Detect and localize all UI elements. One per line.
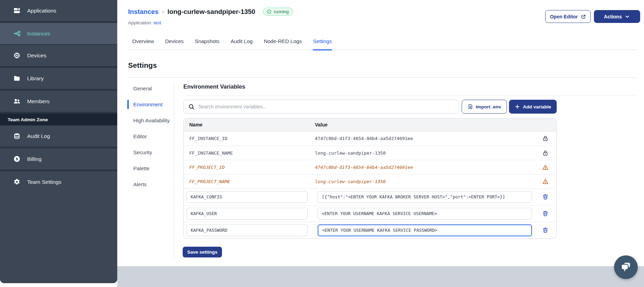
instance-name: long-curlew-sandpiper-1350 xyxy=(167,8,255,16)
env-var-action-cell xyxy=(534,194,556,200)
chevron-down-icon xyxy=(625,14,630,19)
trash-icon[interactable] xyxy=(542,194,549,200)
tab-snapshots[interactable]: Snapshots xyxy=(195,38,220,50)
env-var-value-cell xyxy=(315,208,534,220)
warning-icon xyxy=(542,164,549,171)
sidebar-item-label: Billing xyxy=(27,156,41,162)
env-var-action-cell xyxy=(534,227,556,233)
sidebar-item-audit-log[interactable]: Audit Log xyxy=(0,125,117,147)
env-var-name-cell: FF_INSTANCE_NAME xyxy=(184,150,315,156)
table-header: Name Value xyxy=(184,118,556,131)
env-var-action-cell xyxy=(534,164,556,171)
page-title: Settings xyxy=(128,61,157,69)
env-var-value-cell xyxy=(315,191,534,203)
tab-bar: OverviewDevicesSnapshotsAudit LogNode-RE… xyxy=(128,38,637,50)
search-box xyxy=(183,100,459,114)
open-editor-button[interactable]: Open Editor xyxy=(545,10,591,23)
env-var-action-cell xyxy=(534,150,556,156)
env-var-name-cell xyxy=(184,224,315,236)
sidebar-item-members[interactable]: Members xyxy=(0,91,117,112)
header-actions: Open Editor Actions xyxy=(545,10,640,23)
env-var-action-cell xyxy=(534,210,556,217)
library-icon xyxy=(13,75,21,82)
env-value-input[interactable] xyxy=(318,191,532,203)
application-link[interactable]: test xyxy=(154,20,161,25)
env-var-value-cell: long-curlew-sandpiper-1350 xyxy=(315,150,534,156)
sidebar-item-label: Instances xyxy=(27,31,50,37)
search-input[interactable] xyxy=(198,104,459,109)
env-var-row: FF_PROJECT_ID4747c0bd-d1f3-4654-84b4-aa5… xyxy=(184,160,556,174)
env-var-value-cell xyxy=(315,224,534,236)
tabs: OverviewDevicesSnapshotsAudit LogNode-RE… xyxy=(128,38,637,50)
audit-log-icon xyxy=(13,132,21,140)
env-var-action-cell xyxy=(534,178,556,185)
breadcrumb-separator: › xyxy=(162,8,164,15)
sidebar-item-team-settings[interactable]: Team Settings xyxy=(0,171,117,192)
sidebar-item-applications[interactable]: Applications xyxy=(0,0,117,21)
applications-icon xyxy=(13,7,21,14)
svg-text:$: $ xyxy=(16,157,18,161)
external-link-icon xyxy=(581,14,586,19)
sidebar-section-team-admin-zone: Team Admin Zone xyxy=(0,114,117,125)
settings-nav-general[interactable]: General xyxy=(133,85,172,92)
page-footer-area xyxy=(117,266,644,287)
env-var-value-cell: 4747c0bd-d1f3-4654-84b4-aa5d274691ee xyxy=(315,165,534,170)
section-divider xyxy=(183,96,637,96)
tab-audit-log[interactable]: Audit Log xyxy=(231,38,253,50)
env-value-input[interactable] xyxy=(318,224,532,236)
sidebar-item-label: Devices xyxy=(27,52,46,59)
lock-icon xyxy=(542,135,549,142)
chat-widget-button[interactable] xyxy=(614,255,638,279)
add-variable-label: Add variable xyxy=(523,104,551,109)
env-var-action-cell xyxy=(534,135,556,142)
billing-icon: $ xyxy=(13,155,21,163)
env-var-row: FF_INSTANCE_NAMElong-curlew-sandpiper-13… xyxy=(184,146,556,160)
tab-overview[interactable]: Overview xyxy=(132,38,154,50)
env-var-value-cell: 4747c0bd-d1f3-4654-84b4-aa5d274691ee xyxy=(315,136,534,141)
env-var-name-cell xyxy=(184,208,315,220)
sidebar-item-label: Applications xyxy=(27,8,56,14)
settings-nav-environment[interactable]: Environment xyxy=(133,101,172,108)
tab-settings[interactable]: Settings xyxy=(313,38,332,50)
add-variable-button[interactable]: Add variable xyxy=(509,100,557,114)
trash-icon[interactable] xyxy=(542,227,549,233)
nav-divider xyxy=(174,83,174,260)
sidebar-item-billing[interactable]: $Billing xyxy=(0,148,117,170)
sidebar-item-instances[interactable]: Instances xyxy=(0,23,117,44)
env-value-input[interactable] xyxy=(318,208,532,220)
env-var-value-cell: long-curlew-sandpiper-1350 xyxy=(315,179,534,184)
sidebar-item-label: Team Settings xyxy=(27,179,61,185)
save-settings-button[interactable]: Save settings xyxy=(183,247,222,257)
search-icon xyxy=(188,104,195,110)
env-name-input[interactable] xyxy=(186,208,308,220)
import-file-icon xyxy=(468,104,473,109)
settings-nav-security[interactable]: Security xyxy=(133,149,172,156)
env-name-input[interactable] xyxy=(186,191,308,203)
import-env-button[interactable]: Import .env xyxy=(462,100,507,114)
tab-devices[interactable]: Devices xyxy=(165,38,184,50)
team-settings-icon xyxy=(13,178,21,186)
sidebar-item-label: Audit Log xyxy=(27,133,50,139)
breadcrumb-instances-link[interactable]: Instances xyxy=(128,8,159,16)
trash-icon[interactable] xyxy=(542,210,549,217)
column-header-name: Name xyxy=(184,122,315,128)
env-name-input[interactable] xyxy=(186,224,308,236)
sidebar-item-devices[interactable]: Devices xyxy=(0,45,117,66)
sidebar-item-label: Library xyxy=(27,75,43,82)
settings-nav-editor[interactable]: Editor xyxy=(133,133,172,140)
members-icon xyxy=(13,98,21,105)
env-var-name-cell: FF_PROJECT_ID xyxy=(184,165,315,170)
settings-nav-alerts[interactable]: Alerts xyxy=(133,181,172,188)
title-divider xyxy=(128,77,637,78)
sidebar-item-library[interactable]: Library xyxy=(0,68,117,89)
env-var-row xyxy=(184,205,556,222)
settings-nav-high-availability[interactable]: High Availability xyxy=(133,117,172,124)
warning-icon xyxy=(542,178,549,185)
tab-node-red-logs[interactable]: Node-RED Logs xyxy=(264,38,302,50)
actions-button[interactable]: Actions xyxy=(594,10,640,23)
sidebar: ApplicationsInstancesDevicesLibraryMembe… xyxy=(0,0,117,283)
instances-icon xyxy=(13,30,21,37)
env-toolbar: Import .env Add variable xyxy=(183,100,557,114)
env-var-name-cell: FF_PROJECT_NAME xyxy=(184,179,315,184)
settings-nav-palette[interactable]: Palette xyxy=(133,165,172,172)
